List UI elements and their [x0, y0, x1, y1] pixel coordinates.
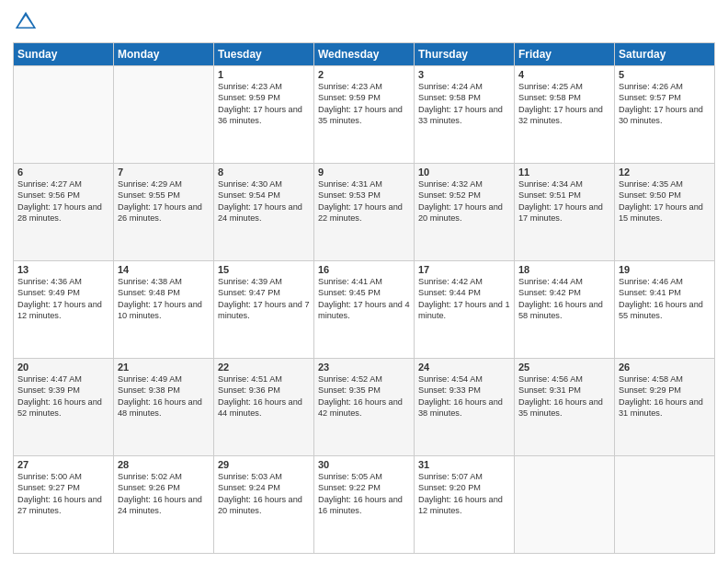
calendar-day-cell: 29Sunrise: 5:03 AMSunset: 9:24 PMDayligh…: [214, 456, 314, 554]
calendar-day-cell: 4Sunrise: 4:25 AMSunset: 9:58 PMDaylight…: [515, 66, 615, 164]
day-info: Sunrise: 4:52 AMSunset: 9:35 PMDaylight:…: [318, 373, 410, 419]
calendar-day-cell: 24Sunrise: 4:54 AMSunset: 9:33 PMDayligh…: [415, 359, 515, 456]
calendar-day-cell: 26Sunrise: 4:58 AMSunset: 9:29 PMDayligh…: [615, 359, 715, 456]
day-info: Sunrise: 4:39 AMSunset: 9:47 PMDaylight:…: [218, 276, 310, 322]
calendar-day-cell: 23Sunrise: 4:52 AMSunset: 9:35 PMDayligh…: [314, 359, 415, 456]
day-info: Sunrise: 5:00 AMSunset: 9:27 PMDaylight:…: [17, 471, 109, 517]
day-number: 13: [17, 264, 109, 275]
day-number: 31: [418, 459, 510, 470]
weekday-header: Wednesday: [314, 43, 415, 66]
calendar-day-cell: 2Sunrise: 4:23 AMSunset: 9:59 PMDaylight…: [314, 66, 415, 164]
calendar-day-cell: 21Sunrise: 4:49 AMSunset: 9:38 PMDayligh…: [114, 359, 214, 456]
day-info: Sunrise: 4:38 AMSunset: 9:48 PMDaylight:…: [118, 276, 210, 322]
day-number: 24: [418, 362, 510, 373]
day-number: 17: [418, 264, 510, 275]
day-info: Sunrise: 4:24 AMSunset: 9:58 PMDaylight:…: [418, 81, 510, 127]
calendar-day-cell: 30Sunrise: 5:05 AMSunset: 9:22 PMDayligh…: [314, 456, 415, 554]
calendar-day-cell: 14Sunrise: 4:38 AMSunset: 9:48 PMDayligh…: [114, 261, 214, 359]
weekday-header: Monday: [114, 43, 214, 66]
day-number: 29: [218, 459, 310, 470]
calendar-week-row: 27Sunrise: 5:00 AMSunset: 9:27 PMDayligh…: [14, 456, 715, 554]
calendar-day-cell: 1Sunrise: 4:23 AMSunset: 9:59 PMDaylight…: [214, 66, 314, 164]
calendar-day-cell: 8Sunrise: 4:30 AMSunset: 9:54 PMDaylight…: [214, 164, 314, 261]
calendar-header-row: SundayMondayTuesdayWednesdayThursdayFrid…: [14, 43, 715, 66]
calendar-table: SundayMondayTuesdayWednesdayThursdayFrid…: [13, 42, 715, 554]
calendar-day-cell: 25Sunrise: 4:56 AMSunset: 9:31 PMDayligh…: [515, 359, 615, 456]
day-number: 28: [118, 459, 210, 470]
day-number: 19: [619, 264, 711, 275]
calendar-day-cell: 6Sunrise: 4:27 AMSunset: 9:56 PMDaylight…: [14, 164, 114, 261]
calendar-day-cell: 15Sunrise: 4:39 AMSunset: 9:47 PMDayligh…: [214, 261, 314, 359]
calendar-day-cell: 17Sunrise: 4:42 AMSunset: 9:44 PMDayligh…: [415, 261, 515, 359]
calendar-day-cell: 20Sunrise: 4:47 AMSunset: 9:39 PMDayligh…: [14, 359, 114, 456]
day-number: 11: [518, 167, 610, 178]
calendar-day-cell: [615, 456, 715, 554]
day-info: Sunrise: 4:54 AMSunset: 9:33 PMDaylight:…: [418, 373, 510, 419]
day-number: 27: [17, 459, 109, 470]
day-info: Sunrise: 4:27 AMSunset: 9:56 PMDaylight:…: [17, 178, 109, 224]
day-info: Sunrise: 4:30 AMSunset: 9:54 PMDaylight:…: [218, 178, 310, 224]
logo: [13, 9, 42, 35]
day-number: 22: [218, 362, 310, 373]
calendar-day-cell: 22Sunrise: 4:51 AMSunset: 9:36 PMDayligh…: [214, 359, 314, 456]
calendar-day-cell: [114, 66, 214, 164]
day-number: 14: [118, 264, 210, 275]
day-number: 25: [518, 362, 610, 373]
day-number: 4: [518, 69, 610, 80]
calendar-day-cell: 27Sunrise: 5:00 AMSunset: 9:27 PMDayligh…: [14, 456, 114, 554]
day-info: Sunrise: 4:49 AMSunset: 9:38 PMDaylight:…: [118, 373, 210, 419]
calendar-week-row: 13Sunrise: 4:36 AMSunset: 9:49 PMDayligh…: [14, 261, 715, 359]
day-number: 23: [318, 362, 410, 373]
day-number: 2: [318, 69, 410, 80]
day-info: Sunrise: 4:31 AMSunset: 9:53 PMDaylight:…: [318, 178, 410, 224]
day-info: Sunrise: 4:25 AMSunset: 9:58 PMDaylight:…: [518, 81, 610, 127]
day-info: Sunrise: 4:32 AMSunset: 9:52 PMDaylight:…: [418, 178, 510, 224]
day-info: Sunrise: 4:41 AMSunset: 9:45 PMDaylight:…: [318, 276, 410, 322]
day-number: 10: [418, 167, 510, 178]
calendar-day-cell: 18Sunrise: 4:44 AMSunset: 9:42 PMDayligh…: [515, 261, 615, 359]
day-number: 8: [218, 167, 310, 178]
day-info: Sunrise: 4:29 AMSunset: 9:55 PMDaylight:…: [118, 178, 210, 224]
calendar-week-row: 6Sunrise: 4:27 AMSunset: 9:56 PMDaylight…: [14, 164, 715, 261]
calendar-week-row: 1Sunrise: 4:23 AMSunset: 9:59 PMDaylight…: [14, 66, 715, 164]
calendar-day-cell: 19Sunrise: 4:46 AMSunset: 9:41 PMDayligh…: [615, 261, 715, 359]
day-number: 12: [619, 167, 711, 178]
day-info: Sunrise: 5:07 AMSunset: 9:20 PMDaylight:…: [418, 471, 510, 517]
day-number: 30: [318, 459, 410, 470]
day-number: 21: [118, 362, 210, 373]
calendar-day-cell: [14, 66, 114, 164]
day-info: Sunrise: 4:36 AMSunset: 9:49 PMDaylight:…: [17, 276, 109, 322]
day-info: Sunrise: 4:23 AMSunset: 9:59 PMDaylight:…: [218, 81, 310, 127]
weekday-header: Saturday: [615, 43, 715, 66]
page-header: [13, 9, 715, 35]
day-number: 1: [218, 69, 310, 80]
calendar-day-cell: 7Sunrise: 4:29 AMSunset: 9:55 PMDaylight…: [114, 164, 214, 261]
weekday-header: Sunday: [14, 43, 114, 66]
day-info: Sunrise: 4:42 AMSunset: 9:44 PMDaylight:…: [418, 276, 510, 322]
calendar-week-row: 20Sunrise: 4:47 AMSunset: 9:39 PMDayligh…: [14, 359, 715, 456]
calendar-day-cell: 5Sunrise: 4:26 AMSunset: 9:57 PMDaylight…: [615, 66, 715, 164]
calendar-day-cell: 13Sunrise: 4:36 AMSunset: 9:49 PMDayligh…: [14, 261, 114, 359]
calendar-day-cell: 11Sunrise: 4:34 AMSunset: 9:51 PMDayligh…: [515, 164, 615, 261]
logo-icon: [13, 9, 39, 35]
day-number: 18: [518, 264, 610, 275]
day-info: Sunrise: 4:58 AMSunset: 9:29 PMDaylight:…: [619, 373, 711, 419]
day-number: 7: [118, 167, 210, 178]
weekday-header: Friday: [515, 43, 615, 66]
day-number: 16: [318, 264, 410, 275]
weekday-header: Thursday: [415, 43, 515, 66]
day-info: Sunrise: 4:35 AMSunset: 9:50 PMDaylight:…: [619, 178, 711, 224]
calendar-day-cell: [515, 456, 615, 554]
day-info: Sunrise: 4:26 AMSunset: 9:57 PMDaylight:…: [619, 81, 711, 127]
calendar-day-cell: 28Sunrise: 5:02 AMSunset: 9:26 PMDayligh…: [114, 456, 214, 554]
day-info: Sunrise: 5:05 AMSunset: 9:22 PMDaylight:…: [318, 471, 410, 517]
weekday-header: Tuesday: [214, 43, 314, 66]
day-info: Sunrise: 4:47 AMSunset: 9:39 PMDaylight:…: [17, 373, 109, 419]
day-number: 3: [418, 69, 510, 80]
day-number: 6: [17, 167, 109, 178]
day-info: Sunrise: 4:51 AMSunset: 9:36 PMDaylight:…: [218, 373, 310, 419]
day-number: 15: [218, 264, 310, 275]
calendar-day-cell: 31Sunrise: 5:07 AMSunset: 9:20 PMDayligh…: [415, 456, 515, 554]
day-info: Sunrise: 5:02 AMSunset: 9:26 PMDaylight:…: [118, 471, 210, 517]
day-number: 26: [619, 362, 711, 373]
